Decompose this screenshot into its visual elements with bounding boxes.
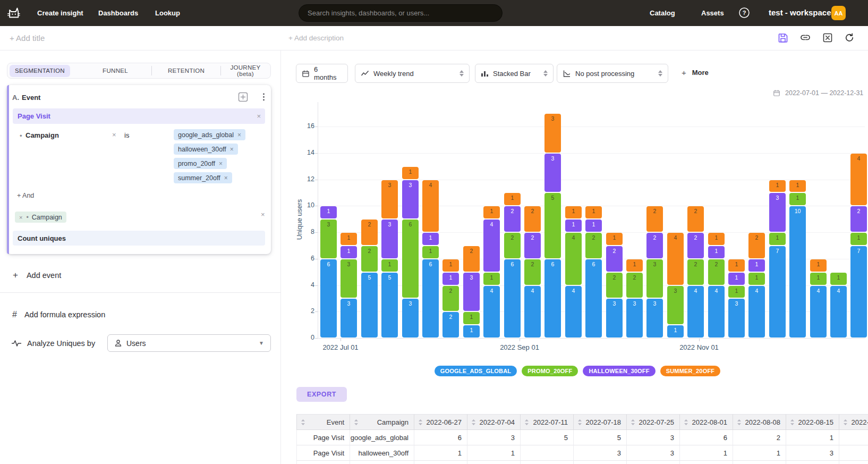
sort-icon[interactable] bbox=[790, 419, 795, 426]
bar-segment[interactable]: 6 bbox=[585, 259, 602, 338]
sort-icon[interactable] bbox=[354, 419, 359, 426]
bar-segment[interactable]: 4 bbox=[708, 286, 725, 338]
bar-segment[interactable]: 6 bbox=[422, 259, 439, 338]
bar-segment[interactable]: 2 bbox=[850, 206, 867, 232]
bar-segment[interactable]: 1 bbox=[463, 312, 480, 324]
bar-segment[interactable]: 1 bbox=[728, 273, 745, 285]
bar-segment[interactable]: 7 bbox=[769, 246, 786, 338]
bar-segment[interactable]: 1 bbox=[341, 246, 357, 258]
bar-segment[interactable]: 1 bbox=[504, 193, 521, 205]
bar-segment[interactable]: 2 bbox=[646, 233, 663, 258]
bar-segment[interactable]: 4 bbox=[483, 286, 500, 338]
bar-segment[interactable]: 5 bbox=[361, 273, 378, 338]
save-icon[interactable] bbox=[777, 32, 789, 44]
date-range-button[interactable]: 6 months bbox=[296, 64, 348, 83]
analyze-by-select[interactable]: Users ▼ bbox=[107, 334, 271, 352]
table-header-cell[interactable]: 2022-08-22 bbox=[839, 414, 868, 430]
bar-segment[interactable]: 2 bbox=[361, 246, 378, 272]
bar-segment[interactable]: 1 bbox=[402, 167, 419, 179]
bar-segment[interactable]: 7 bbox=[850, 246, 867, 338]
bar-segment[interactable]: 2 bbox=[504, 206, 521, 232]
duplicate-event-icon[interactable] bbox=[238, 92, 248, 102]
bar-segment[interactable]: 1 bbox=[810, 273, 827, 285]
bar-segment[interactable]: 4 bbox=[850, 154, 867, 206]
bar-segment[interactable]: 6 bbox=[544, 259, 561, 338]
bar-segment[interactable]: 2 bbox=[626, 273, 643, 298]
bar-segment[interactable]: 1 bbox=[789, 193, 806, 205]
nav-lookup[interactable]: Lookup bbox=[155, 9, 180, 17]
add-formula-button[interactable]: # Add formula expression bbox=[12, 310, 105, 319]
more-options-button[interactable]: + More bbox=[682, 68, 709, 77]
aggregation-label[interactable]: Count uniques bbox=[18, 234, 66, 242]
avatar[interactable]: AA bbox=[831, 6, 846, 20]
bar-segment[interactable]: 2 bbox=[504, 233, 521, 258]
add-and-condition-button[interactable]: + And bbox=[17, 192, 34, 199]
sort-icon[interactable] bbox=[471, 419, 476, 426]
filter-value-chip[interactable]: google_ads_global × bbox=[174, 129, 245, 140]
nav-assets[interactable]: Assets bbox=[701, 9, 724, 17]
legend-item-promo-20off[interactable]: PROMO_20OFF bbox=[522, 366, 578, 376]
bar-segment[interactable]: 1 bbox=[769, 180, 786, 192]
bar-segment[interactable]: 2 bbox=[463, 246, 480, 272]
share-link-icon[interactable] bbox=[799, 32, 811, 44]
export-button[interactable]: EXPORT bbox=[296, 387, 347, 402]
bar-segment[interactable]: 1 bbox=[789, 180, 806, 192]
tab-funnel[interactable]: FUNNEL bbox=[79, 68, 151, 74]
bar-segment[interactable]: 4 bbox=[483, 220, 500, 272]
close-insight-icon[interactable] bbox=[822, 32, 833, 44]
table-header-cell[interactable]: 2022-08-08 bbox=[733, 414, 786, 430]
bar-segment[interactable]: 1 bbox=[341, 233, 357, 245]
remove-filter-value-icon[interactable]: × bbox=[224, 174, 228, 182]
remove-filter-icon[interactable]: × bbox=[112, 131, 116, 139]
table-header-cell[interactable]: 2022-08-01 bbox=[680, 414, 733, 430]
bar-segment[interactable]: 2 bbox=[646, 206, 663, 232]
bar-segment[interactable]: 1 bbox=[565, 220, 582, 232]
bar-segment[interactable]: 2 bbox=[687, 206, 704, 232]
table-header-cell[interactable]: Campaign bbox=[350, 414, 414, 430]
bar-segment[interactable]: 5 bbox=[381, 273, 398, 338]
bar-segment[interactable]: 2 bbox=[606, 273, 623, 298]
bar-segment[interactable]: 3 bbox=[544, 114, 561, 153]
bar-segment[interactable]: 4 bbox=[422, 180, 439, 232]
tab-journey[interactable]: JOURNEY (beta) bbox=[221, 64, 270, 77]
bar-segment[interactable]: 1 bbox=[708, 233, 725, 245]
sort-icon[interactable] bbox=[524, 419, 529, 426]
bar-segment[interactable]: 2 bbox=[524, 259, 541, 285]
sort-icon[interactable] bbox=[301, 419, 305, 426]
table-header-cell[interactable]: 2022-07-04 bbox=[467, 414, 521, 430]
nav-dashboards[interactable]: Dashboards bbox=[98, 9, 138, 17]
filter-value-chip[interactable]: promo_20off × bbox=[174, 158, 227, 169]
bar-segment[interactable]: 1 bbox=[483, 206, 500, 218]
add-title-button[interactable]: + Add title bbox=[10, 33, 45, 43]
bar-segment[interactable]: 3 bbox=[341, 259, 357, 298]
bar-segment[interactable]: 4 bbox=[810, 286, 827, 338]
bar-segment[interactable]: 1 bbox=[708, 246, 725, 258]
help-icon[interactable]: ? bbox=[738, 7, 750, 19]
sort-icon[interactable] bbox=[418, 419, 423, 426]
bar-segment[interactable]: 1 bbox=[748, 273, 765, 285]
bar-segment[interactable]: 3 bbox=[341, 299, 357, 338]
tab-segmentation[interactable]: SEGMENTATION bbox=[10, 65, 70, 77]
aggregation-row[interactable]: Count uniques bbox=[13, 231, 265, 246]
bar-segment[interactable]: 1 bbox=[483, 273, 500, 285]
remove-filter-value-icon[interactable]: × bbox=[237, 131, 241, 139]
bar-segment[interactable]: 1 bbox=[381, 259, 398, 272]
filter-value-chip[interactable]: summer_20off × bbox=[174, 172, 232, 183]
bar-segment[interactable]: 3 bbox=[646, 299, 663, 338]
bar-segment[interactable]: 2 bbox=[442, 312, 459, 338]
table-header-cell[interactable]: 2022-06-27 bbox=[414, 414, 467, 430]
bar-segment[interactable]: 1 bbox=[850, 233, 867, 245]
chart-type-select[interactable]: Stacked Bar bbox=[475, 64, 554, 83]
bar-segment[interactable]: 4 bbox=[565, 286, 582, 338]
bar-segment[interactable]: 1 bbox=[422, 246, 439, 258]
bar-segment[interactable]: 5 bbox=[544, 193, 561, 258]
legend-item-google-ads-global[interactable]: GOOGLE_ADS_GLOBAL bbox=[435, 366, 517, 376]
bar-segment[interactable]: 3 bbox=[769, 193, 786, 232]
bar-segment[interactable]: 1 bbox=[442, 273, 459, 285]
sort-icon[interactable] bbox=[577, 419, 582, 426]
bar-segment[interactable]: 4 bbox=[565, 233, 582, 285]
bar-segment[interactable]: 1 bbox=[442, 259, 459, 272]
bar-segment[interactable]: 3 bbox=[320, 220, 337, 258]
trend-select[interactable]: Weekly trend bbox=[355, 64, 470, 83]
bar-segment[interactable]: 3 bbox=[728, 299, 745, 338]
